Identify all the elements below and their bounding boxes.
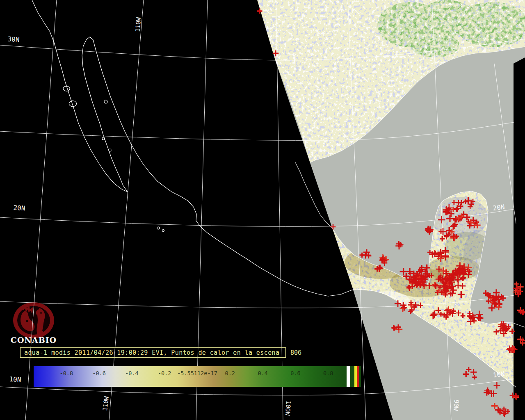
colorbar-tick-label: 0.8 — [323, 370, 333, 377]
graticule-label: 20N — [13, 204, 25, 212]
colorbar-tick-label: -0.4 — [125, 370, 139, 377]
graticule-label: 90W — [452, 399, 460, 411]
colorbar-tick-label: -0.8 — [60, 370, 73, 377]
evi-colorbar: -0.8-0.6-0.4-0.2-5.55112e-170.20.40.60.8 — [34, 366, 361, 387]
colorbar-tick-label: 0.4 — [258, 370, 267, 377]
graticule-label: 10N — [492, 370, 505, 379]
graticule-label: 30N — [7, 35, 20, 44]
caption-text: aqua-1 modis 2011/04/26 19:00:29 EVI, Pu… — [24, 349, 279, 356]
colorbar-tick-label: -0.2 — [158, 370, 171, 377]
colorbar-tick-label: -5.55112e-17 — [177, 370, 217, 377]
colorbar-stripe — [357, 366, 359, 387]
colorbar-tick-label: 0.6 — [290, 370, 300, 377]
graticule-label: 100W — [284, 400, 292, 415]
swath-right-edge — [514, 58, 525, 420]
graticule-label: 10N — [9, 375, 21, 384]
graticule-label: 110W — [134, 17, 142, 32]
scene-number: 806 — [290, 347, 301, 358]
caption-box: aqua-1 modis 2011/04/26 19:00:29 EVI, Pu… — [20, 347, 286, 358]
colorbar-tick-label: -0.6 — [92, 370, 106, 377]
colorbar-stripe — [347, 366, 351, 387]
colorbar-tick-label: 0.2 — [225, 370, 235, 377]
satellite-map-viewer: 30N20N10N20N10N110W110W100W90W aqua-1 mo… — [0, 0, 525, 420]
conabio-logo-label: CONABIO — [9, 336, 58, 345]
graticule-label: 20N — [492, 203, 505, 212]
